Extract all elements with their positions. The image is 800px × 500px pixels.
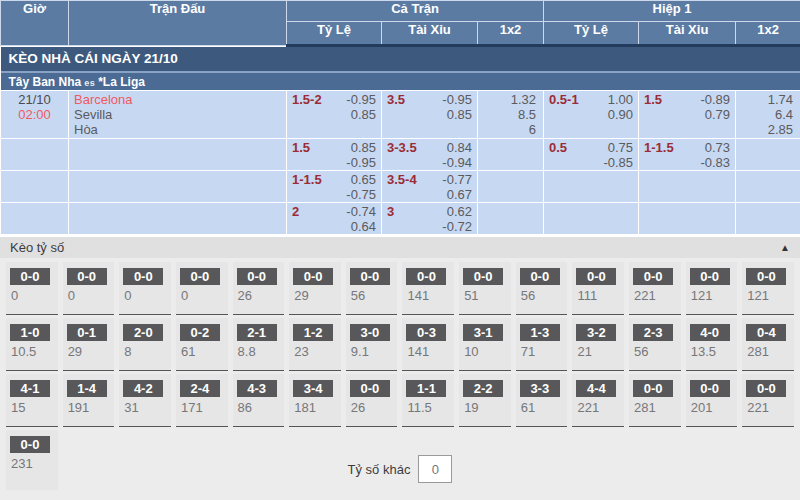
- score-badge[interactable]: 0-0: [746, 268, 786, 285]
- score-badge[interactable]: 0-3: [406, 324, 446, 341]
- score-badge[interactable]: 0-0: [576, 268, 616, 285]
- score-cell[interactable]: 3-361: [516, 374, 568, 427]
- score-badge[interactable]: 0-0: [293, 268, 333, 285]
- score-badge[interactable]: 2-2: [463, 380, 503, 397]
- score-badge[interactable]: 0-0: [67, 268, 107, 285]
- odds-value[interactable]: -0.95: [346, 92, 376, 107]
- score-cell[interactable]: 0-00: [119, 262, 171, 315]
- odds-value[interactable]: 0.67: [447, 187, 472, 202]
- score-cell[interactable]: 1-223: [289, 318, 341, 371]
- odds-value[interactable]: 0.64: [351, 219, 376, 234]
- score-badge[interactable]: 0-0: [350, 268, 390, 285]
- odds-value[interactable]: 1.00: [608, 92, 633, 107]
- odds-value[interactable]: 8.5: [518, 107, 536, 122]
- odds-value[interactable]: -0.85: [603, 155, 633, 170]
- score-cell[interactable]: 1-371: [516, 318, 568, 371]
- score-cell[interactable]: 2-18.8: [233, 318, 285, 371]
- odds-value[interactable]: -0.95: [442, 92, 472, 107]
- score-badge[interactable]: 2-1: [237, 324, 277, 341]
- score-cell[interactable]: 0-0121: [686, 262, 738, 315]
- odds-value[interactable]: 0.85: [351, 107, 376, 122]
- score-cell[interactable]: 4-231: [119, 374, 171, 427]
- score-cell[interactable]: 4-386: [233, 374, 285, 427]
- score-badge[interactable]: 4-0: [690, 324, 730, 341]
- odds-value[interactable]: 1.74: [768, 92, 793, 107]
- score-cell[interactable]: 0-00: [63, 262, 115, 315]
- score-badge[interactable]: 0-0: [690, 380, 730, 397]
- score-badge[interactable]: 4-3: [237, 380, 277, 397]
- score-cell[interactable]: 1-010.5: [6, 318, 58, 371]
- score-badge[interactable]: 2-3: [633, 324, 673, 341]
- away-team[interactable]: Sevilla: [74, 107, 281, 122]
- score-cell[interactable]: 0-0141: [402, 262, 454, 315]
- score-cell[interactable]: 4-4221: [572, 374, 624, 427]
- score-badge[interactable]: 2-0: [123, 324, 163, 341]
- score-cell[interactable]: 2-356: [629, 318, 681, 371]
- odds-value[interactable]: 0.90: [608, 107, 633, 122]
- score-badge[interactable]: 0-0: [406, 268, 446, 285]
- score-badge[interactable]: 3-4: [293, 380, 333, 397]
- score-cell[interactable]: 0-029: [289, 262, 341, 315]
- score-badge[interactable]: 1-4: [67, 380, 107, 397]
- odds-value[interactable]: 0.84: [447, 140, 472, 155]
- score-badge[interactable]: 1-2: [293, 324, 333, 341]
- score-cell[interactable]: 0-0221: [742, 374, 794, 427]
- score-badge[interactable]: 1-1: [406, 380, 446, 397]
- odds-value[interactable]: 0.85: [447, 107, 472, 122]
- score-cell[interactable]: 3-4181: [289, 374, 341, 427]
- odds-value[interactable]: 6: [529, 122, 536, 137]
- score-cell[interactable]: 0-056: [346, 262, 398, 315]
- score-badge[interactable]: 0-0: [180, 268, 220, 285]
- score-badge[interactable]: 2-4: [180, 380, 220, 397]
- score-cell[interactable]: 4-115: [6, 374, 58, 427]
- odds-value[interactable]: 1.32: [511, 92, 536, 107]
- score-cell[interactable]: 3-110: [459, 318, 511, 371]
- score-badge[interactable]: 4-2: [123, 380, 163, 397]
- odds-value[interactable]: 0.85: [351, 140, 376, 155]
- score-cell[interactable]: 0-129: [63, 318, 115, 371]
- score-badge[interactable]: 0-0: [123, 268, 163, 285]
- score-badge[interactable]: 0-1: [67, 324, 107, 341]
- odds-value[interactable]: 0.62: [447, 204, 472, 219]
- score-badge[interactable]: 3-0: [350, 324, 390, 341]
- score-cell[interactable]: 3-09.1: [346, 318, 398, 371]
- score-cell[interactable]: 2-4171: [176, 374, 228, 427]
- score-cell[interactable]: 0-026: [233, 262, 285, 315]
- score-cell[interactable]: 0-4281: [742, 318, 794, 371]
- odds-value[interactable]: -0.89: [700, 92, 730, 107]
- score-section-header[interactable]: Kèo tỷ số ▲: [0, 237, 800, 258]
- odds-value[interactable]: -0.94: [442, 155, 472, 170]
- score-badge[interactable]: 0-0: [463, 268, 503, 285]
- score-badge[interactable]: 0-0: [633, 268, 673, 285]
- score-cell[interactable]: 1-4191: [63, 374, 115, 427]
- score-badge[interactable]: 3-1: [463, 324, 503, 341]
- score-cell[interactable]: 0-261: [176, 318, 228, 371]
- score-badge[interactable]: 1-0: [10, 324, 50, 341]
- score-cell[interactable]: 2-219: [459, 374, 511, 427]
- score-cell[interactable]: 0-00: [176, 262, 228, 315]
- odds-value[interactable]: 0.75: [608, 140, 633, 155]
- score-cell[interactable]: 1-111.5: [402, 374, 454, 427]
- score-badge[interactable]: 0-0: [633, 380, 673, 397]
- score-cell[interactable]: 4-013.5: [686, 318, 738, 371]
- score-badge[interactable]: 0-2: [180, 324, 220, 341]
- score-badge[interactable]: 0-4: [746, 324, 786, 341]
- score-cell[interactable]: 0-3141: [402, 318, 454, 371]
- score-cell[interactable]: 0-056: [516, 262, 568, 315]
- odds-value[interactable]: 0.79: [705, 107, 730, 122]
- odds-value[interactable]: 6.4: [775, 107, 793, 122]
- score-badge[interactable]: 0-0: [350, 380, 390, 397]
- odds-value[interactable]: -0.95: [346, 155, 376, 170]
- odds-value[interactable]: -0.72: [442, 219, 472, 234]
- odds-value[interactable]: -0.77: [442, 172, 472, 187]
- score-cell[interactable]: 0-051: [459, 262, 511, 315]
- score-badge[interactable]: 4-4: [576, 380, 616, 397]
- score-cell[interactable]: 3-221: [572, 318, 624, 371]
- odds-value[interactable]: 0.73: [705, 140, 730, 155]
- score-badge[interactable]: 4-1: [10, 380, 50, 397]
- home-team[interactable]: Barcelona: [74, 92, 281, 107]
- score-cell[interactable]: 0-0281: [629, 374, 681, 427]
- odds-value[interactable]: -0.74: [346, 204, 376, 219]
- other-score-input[interactable]: [418, 455, 452, 483]
- draw-label[interactable]: Hòa: [74, 122, 281, 137]
